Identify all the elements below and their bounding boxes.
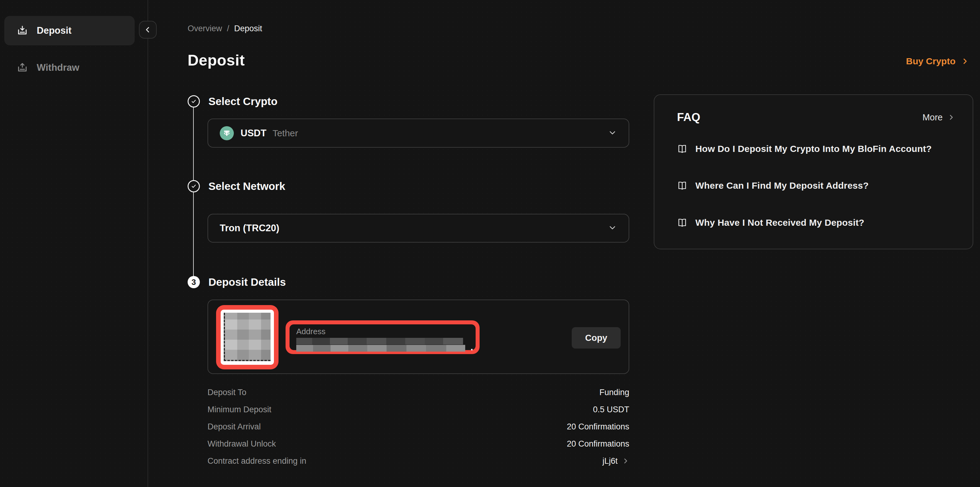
faq-item[interactable]: How Do I Deposit My Crypto Into My BloFi… <box>677 143 932 155</box>
detail-value: Funding <box>599 388 629 397</box>
crypto-select-dropdown[interactable]: USDT Tether <box>207 118 629 148</box>
step-select-network: Select Network <box>188 179 285 194</box>
qr-code-frame <box>221 310 274 365</box>
step-title: Select Network <box>208 180 285 192</box>
detail-value: 20 Confirmations <box>567 422 629 431</box>
detail-row-deposit-to: Deposit To Funding <box>207 384 629 401</box>
faq-question: How Do I Deposit My Crypto Into My BloFi… <box>695 144 932 154</box>
address-label: Address <box>296 327 469 336</box>
faq-header: FAQ More <box>677 111 955 124</box>
sidebar: Deposit Withdraw <box>0 0 148 487</box>
crypto-symbol: USDT <box>240 128 266 139</box>
faq-more-label: More <box>923 112 943 123</box>
tether-logo-icon <box>220 126 234 140</box>
detail-value: 0.5 USDT <box>593 405 629 414</box>
deposit-details-card: Address Copy <box>207 300 629 374</box>
crypto-name: Tether <box>272 128 298 139</box>
step-number-badge: 3 <box>188 276 200 288</box>
detail-label: Withdrawal Unlock <box>207 439 276 449</box>
step-check-icon <box>188 180 200 192</box>
network-value: Tron (TRC20) <box>220 223 280 234</box>
step-deposit-details: 3 Deposit Details <box>188 275 286 290</box>
faq-more-link[interactable]: More <box>923 112 955 123</box>
detail-row-deposit-arrival: Deposit Arrival 20 Confirmations <box>207 418 629 435</box>
step-check-icon <box>188 95 200 107</box>
detail-label: Contract address ending in <box>207 457 306 466</box>
chevron-right-icon <box>622 457 629 465</box>
faq-item[interactable]: Why Have I Not Received My Deposit? <box>677 217 864 229</box>
qr-code-highlight <box>216 305 278 369</box>
book-icon <box>677 217 687 228</box>
step-select-crypto: Select Crypto <box>188 94 278 109</box>
faq-card: FAQ More How Do I Deposit My Crypto Into… <box>654 94 973 249</box>
address-value-redacted <box>296 338 469 351</box>
breadcrumb-overview-link[interactable]: Overview <box>188 24 222 34</box>
chevron-down-icon <box>608 128 617 139</box>
chevron-down-icon <box>608 223 617 233</box>
sidebar-item-label: Withdraw <box>37 62 79 73</box>
book-icon <box>677 180 687 191</box>
deposit-info-list: Deposit To Funding Minimum Deposit 0.5 U… <box>207 384 629 469</box>
detail-row-withdrawal-unlock: Withdrawal Unlock 20 Confirmations <box>207 435 629 452</box>
detail-label: Deposit To <box>207 388 247 397</box>
chevron-right-icon <box>948 113 955 121</box>
detail-value[interactable]: jLj6t <box>602 457 629 466</box>
withdraw-icon <box>16 62 28 73</box>
faq-question: Why Have I Not Received My Deposit? <box>695 217 864 228</box>
detail-label: Minimum Deposit <box>207 405 272 414</box>
detail-value: 20 Confirmations <box>567 439 629 449</box>
qr-code-redacted <box>224 313 270 361</box>
step-title: Select Crypto <box>208 95 278 107</box>
sidebar-item-label: Deposit <box>37 25 72 36</box>
network-select-dropdown[interactable]: Tron (TRC20) <box>207 214 629 243</box>
address-block: Address <box>290 324 476 350</box>
faq-item[interactable]: Where Can I Find My Deposit Address? <box>677 179 869 192</box>
detail-label: Deposit Arrival <box>207 422 261 431</box>
sidebar-item-deposit[interactable]: Deposit <box>4 16 135 45</box>
detail-row-minimum-deposit: Minimum Deposit 0.5 USDT <box>207 401 629 418</box>
faq-question: Where Can I Find My Deposit Address? <box>695 180 869 191</box>
book-icon <box>677 144 687 154</box>
chevron-right-icon <box>961 57 969 65</box>
sidebar-item-withdraw[interactable]: Withdraw <box>4 53 135 82</box>
buy-crypto-link[interactable]: Buy Crypto <box>906 56 969 67</box>
page-title: Deposit <box>188 51 245 69</box>
deposit-icon <box>16 25 28 37</box>
breadcrumb-separator: / <box>227 24 229 34</box>
breadcrumb-current: Deposit <box>234 24 262 34</box>
breadcrumb: Overview / Deposit <box>188 24 262 34</box>
address-highlight: Address <box>286 320 480 354</box>
chevron-left-icon <box>144 26 152 34</box>
sidebar-collapse-button[interactable] <box>139 21 157 38</box>
copy-address-button[interactable]: Copy <box>572 327 621 348</box>
buy-crypto-label: Buy Crypto <box>906 56 956 67</box>
detail-row-contract-address[interactable]: Contract address ending in jLj6t <box>207 452 629 469</box>
faq-title: FAQ <box>677 111 700 124</box>
step-title: Deposit Details <box>208 276 286 288</box>
